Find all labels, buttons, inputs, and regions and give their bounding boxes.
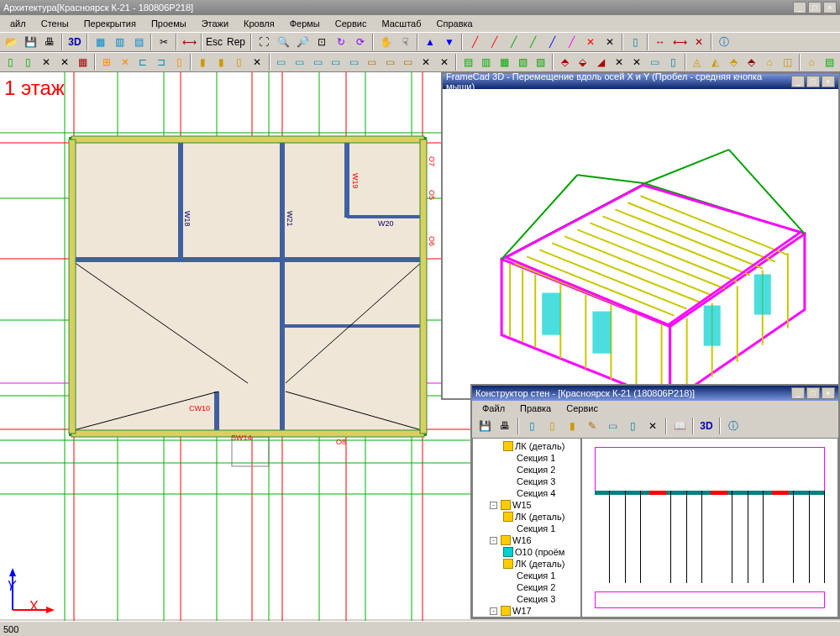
t2-30[interactable]: ⬘: [556, 53, 574, 71]
t2-24[interactable]: ✕: [436, 53, 454, 71]
close-button[interactable]: ×: [822, 387, 835, 399]
expand-icon[interactable]: -: [490, 607, 497, 615]
maximize-button[interactable]: □: [806, 387, 820, 399]
t2-44[interactable]: ▤: [822, 53, 839, 71]
wt-tool1-icon[interactable]: ▭: [603, 417, 622, 435]
3d-model-view[interactable]: [451, 91, 830, 394]
tree-item[interactable]: -W16: [475, 534, 579, 546]
menu-openings[interactable]: Проемы: [144, 17, 193, 30]
dim-icon[interactable]: ⟷: [180, 33, 198, 51]
3d-button[interactable]: 3D: [66, 33, 84, 51]
tree-item[interactable]: -W15: [475, 499, 579, 511]
line5-icon[interactable]: ╱: [543, 33, 561, 51]
t2-21[interactable]: ▭: [381, 53, 399, 71]
wt-panel3-icon[interactable]: ▮: [563, 417, 581, 435]
close-button[interactable]: ×: [823, 2, 837, 13]
pan-icon[interactable]: ✋: [376, 33, 395, 51]
t2-17[interactable]: ▭: [309, 53, 327, 71]
wt-print-icon[interactable]: 🖶: [496, 417, 514, 435]
t2-37[interactable]: ◬: [689, 53, 706, 71]
tree-item[interactable]: Секция 3: [475, 593, 579, 605]
zoom-out-icon[interactable]: 🔎: [293, 33, 312, 51]
dim-del-icon[interactable]: ✕: [690, 33, 708, 51]
t2-27[interactable]: ▦: [496, 53, 513, 71]
wt-save-icon[interactable]: 💾: [475, 417, 494, 435]
wt-panel1-icon[interactable]: ▯: [522, 417, 541, 435]
t2-11[interactable]: ▮: [194, 53, 212, 71]
wt-book-icon[interactable]: 📖: [670, 417, 689, 435]
menu-file[interactable]: айл: [3, 17, 33, 30]
zoom-in-icon[interactable]: 🔍: [274, 33, 292, 51]
tree-item[interactable]: Секция 1: [475, 452, 579, 464]
line-x-icon[interactable]: ✕: [581, 33, 600, 51]
panel-3d[interactable]: FrameCad 3D - Перемещение вдоль осей X и…: [441, 72, 840, 400]
t2-13[interactable]: ▯: [231, 53, 249, 71]
up-icon[interactable]: ▲: [421, 33, 439, 51]
refresh2-icon[interactable]: ⟳: [351, 33, 370, 51]
menu-levels[interactable]: Этажи: [195, 17, 235, 30]
t2-18[interactable]: ▭: [327, 53, 344, 71]
floor-plan[interactable]: [0, 72, 470, 627]
panel-wall-titlebar[interactable]: Конструктор стен - [Красноярск К-21 (180…: [472, 386, 838, 401]
maximize-button[interactable]: □: [806, 76, 820, 87]
refresh-icon[interactable]: ↻: [332, 33, 350, 51]
tree-item[interactable]: Секция 1: [475, 523, 579, 534]
panel-3d-titlebar[interactable]: FrameCad 3D - Перемещение вдоль осей X и…: [443, 74, 838, 89]
t2-43[interactable]: ⌂: [803, 53, 821, 71]
t2-5[interactable]: ▦: [74, 53, 92, 71]
dim2-icon[interactable]: ↔: [651, 33, 669, 51]
panel2-icon[interactable]: ▥: [110, 33, 129, 51]
drawing-area[interactable]: 1 этаж: [0, 72, 840, 619]
wt-info-icon[interactable]: ⓘ: [724, 417, 743, 435]
t2-4[interactable]: ✕: [56, 53, 74, 71]
t2-41[interactable]: ⌂: [761, 53, 779, 71]
line-del-icon[interactable]: ✕: [601, 33, 619, 51]
down-icon[interactable]: ▼: [440, 33, 459, 51]
t2-9[interactable]: ⊐: [152, 53, 170, 71]
level-icon[interactable]: ▯: [626, 33, 644, 51]
menu-trusses[interactable]: Фермы: [283, 17, 327, 30]
maximize-button[interactable]: □: [808, 2, 822, 13]
line4-icon[interactable]: ╱: [523, 33, 542, 51]
tree-item[interactable]: Д13 (проём: [475, 617, 579, 618]
t2-23[interactable]: ✕: [417, 53, 435, 71]
t2-8[interactable]: ⊏: [134, 53, 152, 71]
wall-preview[interactable]: [581, 438, 838, 618]
t2-19[interactable]: ▭: [345, 53, 363, 71]
minimize-button[interactable]: _: [793, 2, 806, 13]
t2-3[interactable]: ✕: [38, 53, 55, 71]
minimize-button[interactable]: _: [791, 76, 805, 87]
wt-3d-button[interactable]: 3D: [697, 417, 716, 435]
menu-help[interactable]: Справка: [430, 17, 480, 30]
dim3-icon[interactable]: ⟷: [670, 33, 689, 51]
expand-icon[interactable]: -: [490, 502, 497, 509]
line2-icon[interactable]: ╱: [485, 33, 503, 51]
t2-10[interactable]: ▯: [171, 53, 188, 71]
t2-39[interactable]: ⬘: [725, 53, 743, 71]
panel-wall-constructor[interactable]: Конструктор стен - [Красноярск К-21 (180…: [470, 384, 840, 619]
tree-item[interactable]: Секция 3: [475, 476, 579, 487]
pan2-icon[interactable]: ☟: [396, 33, 414, 51]
t2-42[interactable]: ◫: [779, 53, 796, 71]
menu-floors[interactable]: Перекрытия: [77, 17, 143, 30]
minimize-button[interactable]: _: [791, 387, 805, 399]
open-icon[interactable]: 📂: [2, 33, 20, 51]
zoom-extents-icon[interactable]: ⊡: [312, 33, 331, 51]
t2-32[interactable]: ◢: [592, 53, 610, 71]
t2-14[interactable]: ✕: [249, 53, 266, 71]
t2-36[interactable]: ▯: [664, 53, 682, 71]
t2-12[interactable]: ▮: [213, 53, 230, 71]
close-button[interactable]: ×: [822, 76, 835, 87]
wt-tool2-icon[interactable]: ▯: [623, 417, 642, 435]
panel-icon[interactable]: ▦: [91, 33, 109, 51]
tree-item[interactable]: Секция 4: [475, 487, 579, 499]
wall-menu-edit[interactable]: Правка: [513, 402, 558, 415]
rep-button[interactable]: Rep: [224, 33, 248, 51]
save-icon[interactable]: 💾: [21, 33, 39, 51]
t2-38[interactable]: ◭: [706, 53, 724, 71]
t2-34[interactable]: ✕: [628, 53, 646, 71]
menu-scale[interactable]: Масштаб: [375, 17, 428, 30]
t2-31[interactable]: ⬙: [574, 53, 591, 71]
wt-edit-icon[interactable]: ✎: [583, 417, 601, 435]
wall-menu-service[interactable]: Сервис: [559, 402, 605, 415]
